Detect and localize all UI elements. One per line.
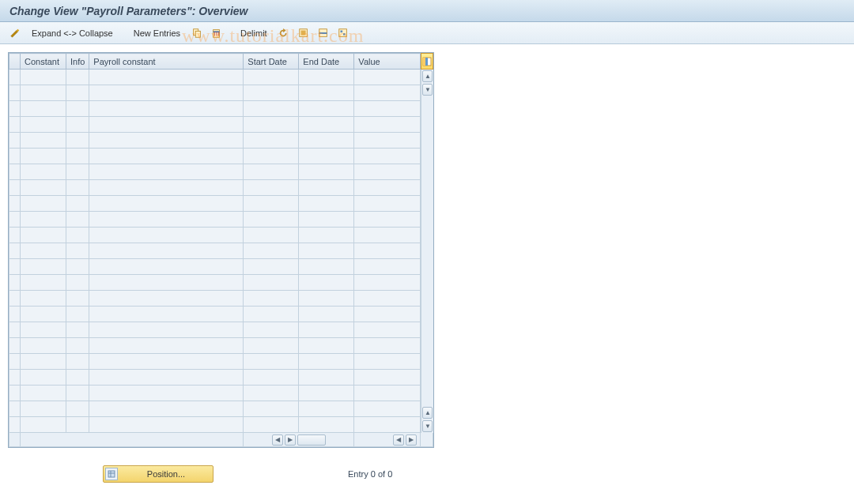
cell-value[interactable] xyxy=(354,370,421,386)
cell-startdate[interactable] xyxy=(244,386,299,401)
row-selector[interactable] xyxy=(9,101,21,117)
cell-constant[interactable] xyxy=(21,196,66,212)
cell-info[interactable] xyxy=(66,259,89,275)
cell-constant[interactable] xyxy=(21,149,66,164)
cell-constant[interactable] xyxy=(21,243,66,259)
cell-constant[interactable] xyxy=(21,101,66,117)
position-button[interactable]: Position... xyxy=(103,465,214,483)
cell-startdate[interactable] xyxy=(244,338,299,354)
cell-enddate[interactable] xyxy=(299,85,354,101)
undo-button[interactable] xyxy=(276,25,292,41)
cell-payroll[interactable] xyxy=(89,338,244,354)
vscroll-up-button[interactable]: ▲ xyxy=(422,70,433,82)
cell-value[interactable] xyxy=(354,85,421,101)
cell-info[interactable] xyxy=(66,275,89,291)
row-selector[interactable] xyxy=(9,370,21,386)
row-selector[interactable] xyxy=(9,196,21,212)
row-selector[interactable] xyxy=(9,401,21,417)
cell-startdate[interactable] xyxy=(244,322,299,338)
cell-value[interactable] xyxy=(354,149,421,164)
cell-info[interactable] xyxy=(66,243,89,259)
col-header-payroll[interactable]: Payroll constant xyxy=(89,54,244,70)
cell-constant[interactable] xyxy=(21,417,66,433)
cell-constant[interactable] xyxy=(21,212,66,228)
vscroll-down-button[interactable]: ▼ xyxy=(422,84,433,96)
cell-info[interactable] xyxy=(66,180,89,196)
cell-constant[interactable] xyxy=(21,180,66,196)
cell-info[interactable] xyxy=(66,117,89,133)
vscroll-track[interactable] xyxy=(421,96,433,406)
expand-collapse-button[interactable]: Expand <-> Collapse xyxy=(26,26,119,40)
cell-startdate[interactable] xyxy=(244,291,299,307)
cell-info[interactable] xyxy=(66,70,89,85)
cell-value[interactable] xyxy=(354,101,421,117)
cell-constant[interactable] xyxy=(21,322,66,338)
cell-info[interactable] xyxy=(66,133,89,149)
cell-startdate[interactable] xyxy=(244,133,299,149)
col-header-enddate[interactable]: End Date xyxy=(299,54,354,70)
delete-button[interactable] xyxy=(209,25,225,41)
cell-enddate[interactable] xyxy=(299,70,354,85)
col-header-info[interactable]: Info xyxy=(66,54,89,70)
cell-enddate[interactable] xyxy=(299,101,354,117)
cell-info[interactable] xyxy=(66,212,89,228)
row-selector[interactable] xyxy=(9,275,21,291)
cell-value[interactable] xyxy=(354,322,421,338)
row-selector[interactable] xyxy=(9,354,21,370)
cell-info[interactable] xyxy=(66,417,89,433)
cell-payroll[interactable] xyxy=(89,275,244,291)
cell-startdate[interactable] xyxy=(244,70,299,85)
cell-enddate[interactable] xyxy=(299,164,354,180)
cell-info[interactable] xyxy=(66,149,89,164)
cell-payroll[interactable] xyxy=(89,259,244,275)
cell-info[interactable] xyxy=(66,307,89,322)
cell-info[interactable] xyxy=(66,85,89,101)
cell-payroll[interactable] xyxy=(89,149,244,164)
cell-startdate[interactable] xyxy=(244,117,299,133)
cell-constant[interactable] xyxy=(21,370,66,386)
cell-enddate[interactable] xyxy=(299,291,354,307)
cell-startdate[interactable] xyxy=(244,164,299,180)
cell-enddate[interactable] xyxy=(299,180,354,196)
row-selector[interactable] xyxy=(9,386,21,401)
cell-payroll[interactable] xyxy=(89,386,244,401)
cell-payroll[interactable] xyxy=(89,354,244,370)
cell-value[interactable] xyxy=(354,164,421,180)
cell-startdate[interactable] xyxy=(244,275,299,291)
cell-enddate[interactable] xyxy=(299,386,354,401)
cell-startdate[interactable] xyxy=(244,401,299,417)
cell-enddate[interactable] xyxy=(299,196,354,212)
hscroll-right2-button[interactable]: ▶ xyxy=(406,434,417,446)
toggle-edit-button[interactable] xyxy=(7,25,23,41)
cell-payroll[interactable] xyxy=(89,370,244,386)
row-selector[interactable] xyxy=(9,212,21,228)
row-selector[interactable] xyxy=(9,117,21,133)
cell-payroll[interactable] xyxy=(89,70,244,85)
cell-payroll[interactable] xyxy=(89,164,244,180)
col-header-constant[interactable]: Constant xyxy=(21,54,66,70)
cell-enddate[interactable] xyxy=(299,243,354,259)
cell-constant[interactable] xyxy=(21,291,66,307)
hscroll-left2-button[interactable]: ◀ xyxy=(393,434,404,446)
cell-payroll[interactable] xyxy=(89,117,244,133)
cell-value[interactable] xyxy=(354,401,421,417)
row-selector[interactable] xyxy=(9,307,21,322)
cell-constant[interactable] xyxy=(21,338,66,354)
cell-value[interactable] xyxy=(354,291,421,307)
cell-enddate[interactable] xyxy=(299,133,354,149)
cell-enddate[interactable] xyxy=(299,370,354,386)
vscroll-up2-button[interactable]: ▲ xyxy=(422,407,433,419)
cell-constant[interactable] xyxy=(21,354,66,370)
configure-columns-button[interactable] xyxy=(421,53,433,70)
cell-info[interactable] xyxy=(66,228,89,243)
new-entries-button[interactable]: New Entries xyxy=(128,26,186,40)
cell-info[interactable] xyxy=(66,291,89,307)
cell-info[interactable] xyxy=(66,322,89,338)
row-selector[interactable] xyxy=(9,291,21,307)
row-selector[interactable] xyxy=(9,322,21,338)
cell-startdate[interactable] xyxy=(244,196,299,212)
cell-payroll[interactable] xyxy=(89,291,244,307)
cell-startdate[interactable] xyxy=(244,101,299,117)
cell-info[interactable] xyxy=(66,386,89,401)
cell-constant[interactable] xyxy=(21,164,66,180)
